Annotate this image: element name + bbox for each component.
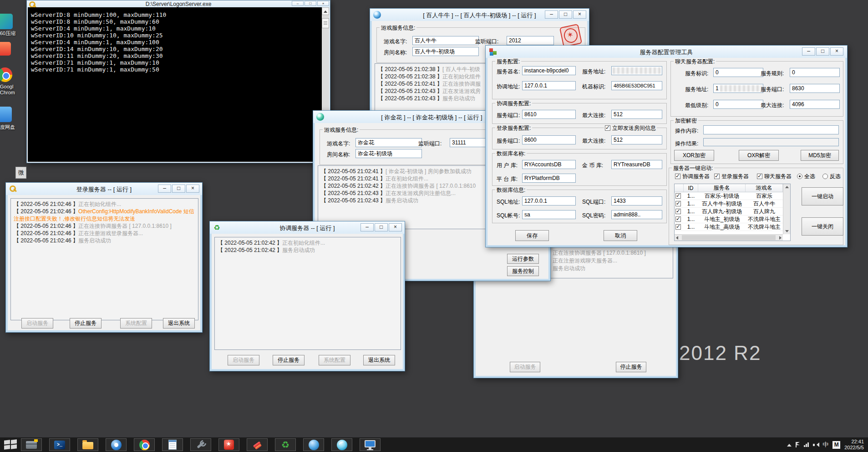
desktop-icon-archive[interactable] [0,14,13,29]
coord-addr-field[interactable]: 127.0.0.1 [522,81,576,90]
service-control-button[interactable]: 服务控制 [507,266,539,276]
radio-selected-icon[interactable] [797,174,802,179]
onekey-start-button[interactable]: 一键启动 [802,187,843,205]
chat-stop-service-button[interactable]: 停止服务 [616,362,646,372]
config-titlebar[interactable]: 服务器配置管理工具 – □ × [486,46,847,58]
col-service[interactable]: 服务名 [698,184,746,192]
taskbar-config-wrench-icon[interactable] [190,438,211,451]
checkbox-checked-icon[interactable] [675,174,680,179]
col-game[interactable]: 游戏名 [746,184,783,192]
send-room-checkbox[interactable]: 立即发送房间信息 [604,124,657,132]
chat-server-checkbox[interactable]: 聊天服务器 [756,173,792,180]
login-server-checkbox[interactable]: 登录服务器 [713,173,750,180]
login-max-field[interactable]: 512 [611,135,662,144]
md5-encrypt-button[interactable]: MD5加密 [801,150,839,161]
xor-encrypt-button[interactable]: XOR加密 [674,150,714,161]
checkbox-checked-icon[interactable] [605,125,610,131]
table-row[interactable]: 1...百家乐-初级场百家乐 [675,192,790,200]
room-name-field[interactable]: 百人牛牛-初级场 [412,47,479,56]
niuniu-titlebar[interactable]: [ 百人牛牛 ] -- [ 百人牛牛-初级场 ] -- [ 运行 ] – □ × [370,9,589,21]
console-titlebar[interactable]: D:\Server\LogonServer.exe – □ × [27,0,330,7]
checkbox-checked-icon[interactable] [714,174,720,179]
desktop-icon-chrome[interactable] [0,67,12,82]
coord-log-list[interactable]: 【 2022-05-05 21:02:42 】正在初始化组件... 【 2022… [214,237,401,350]
maximize-button[interactable]: □ [816,47,829,56]
table-row[interactable]: 1...斗地主_初级场不洗牌斗地主 [675,216,790,223]
close-button[interactable]: × [389,223,402,231]
tray-ime-icon[interactable]: M [832,441,840,449]
game-name-field[interactable]: 百人牛牛 [412,36,479,45]
taskbar-firecracker-icon[interactable] [247,438,268,451]
taskbar-server-manager-icon[interactable] [21,438,42,451]
taskbar-teal-swirl-icon[interactable] [331,438,352,451]
radio-icon[interactable] [822,174,828,179]
chat-id-field[interactable]: 0 [713,68,763,77]
run-params-button[interactable]: 运行参数 [507,254,539,264]
chat-start-service-button[interactable]: 启动服务 [510,362,540,372]
coin-db-field[interactable]: RYTreasureDB [611,160,662,169]
server-name-field[interactable]: instance-b9pcdel0 [522,66,576,75]
login-port-field[interactable]: 8600 [522,135,576,144]
desktop-icon-netdisk[interactable] [0,107,12,122]
oxr-decrypt-button[interactable]: OXR解密 [739,150,779,161]
minimize-button[interactable]: – [360,223,374,231]
desktop-icon-netdisk-label[interactable]: 度网盘 [0,124,15,131]
game-name-field[interactable]: 诈金花 [355,138,422,147]
table-row[interactable]: 1...百人牛牛-初级场百人牛牛 [675,200,790,208]
chat-addr-field[interactable]: 1 [713,84,763,93]
coord-max-field[interactable]: 512 [611,110,662,119]
server-table[interactable]: ID 服务名 游戏名 1...百家乐-初级场百家乐 1...百人牛牛-初级场百人… [674,184,791,241]
taskbar-folder-icon[interactable] [77,438,98,451]
platform-db-field[interactable]: RYPlatformDB [522,174,576,183]
login-log-list[interactable]: 【 2022-05-05 21:02:46 】正在初始化组件... 【 2022… [10,198,198,320]
maximize-button[interactable]: □ [559,10,572,19]
maximize-button[interactable]: □ [305,1,316,6]
table-row[interactable]: 1...百人牌九-初级场百人牌九 [675,208,790,216]
listen-port-field[interactable]: 2012 [507,36,554,45]
tray-volume-icon[interactable] [813,442,818,447]
scroll-left-icon[interactable] [676,236,678,240]
tray-language-indicator[interactable]: 中 [822,441,828,449]
crypto-result-field[interactable] [703,138,839,146]
desktop-icon-wechat[interactable]: 微 [15,167,26,179]
scroll-right-icon[interactable] [779,236,782,240]
start-button[interactable] [4,440,18,450]
login-titlebar[interactable]: 登录服务器 -- [ 运行 ] – □ × [6,183,202,195]
stop-service-button[interactable]: 停止服务 [70,318,102,329]
table-row[interactable]: 1...斗地主_高级场不洗牌斗地主 [675,223,790,231]
cancel-button[interactable]: 取消 [604,230,637,241]
taskbar-blue-ball-icon[interactable] [303,438,324,451]
coord-port-field[interactable]: 8610 [522,110,576,119]
minimize-button[interactable]: – [545,10,558,19]
col-id[interactable]: ID [684,184,698,192]
chat-rule-field[interactable]: 0 [790,68,840,77]
crypto-content-field[interactable] [703,125,839,134]
maximize-button[interactable]: □ [375,223,388,231]
system-config-button[interactable]: 系统配置 [120,318,152,329]
minimize-button[interactable]: – [158,185,171,193]
save-button[interactable]: 保存 [515,230,549,241]
desktop-icon-chrome-label-1[interactable]: Googl [0,84,13,89]
start-service-button[interactable]: 启动服务 [228,355,259,365]
machine-id-field[interactable]: 485B6E53D8C951 [611,81,662,90]
chat-port-field[interactable]: 8630 [790,84,840,93]
sql-addr-field[interactable]: 127.0.0.1 [522,196,576,205]
taskbar-powershell-icon[interactable]: >_ [49,438,70,451]
exit-system-button[interactable]: 退出系统 [163,318,195,329]
coord-server-checkbox[interactable]: 协调服务器 [674,173,711,180]
maximize-button[interactable]: □ [172,185,185,193]
scroll-up-icon[interactable] [785,186,789,188]
taskbar-monitor-icon[interactable] [360,438,381,451]
user-db-field[interactable]: RYAccountsDB [522,160,576,169]
close-button[interactable]: × [317,1,329,6]
table-hscrollbar[interactable] [675,234,783,241]
taskbar-recycle-icon[interactable] [275,438,296,451]
onekey-close-button[interactable]: 一键关闭 [802,217,843,236]
service-addr-field[interactable] [611,66,662,75]
exit-system-button[interactable]: 退出系统 [363,355,395,365]
taskbar-chrome-icon[interactable] [134,438,155,451]
sql-account-field[interactable]: sa [522,210,576,219]
desktop-icon-chrome-label-2[interactable]: Chrom [0,90,15,95]
chat-level-field[interactable]: 0 [713,100,763,109]
scrollbar-thumb[interactable] [682,235,776,240]
